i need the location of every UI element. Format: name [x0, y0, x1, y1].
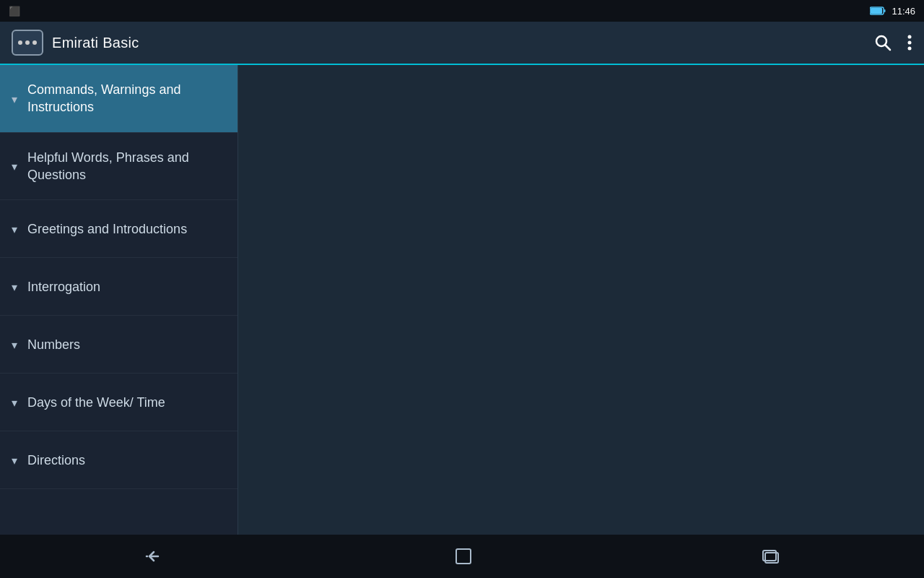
bottom-nav: [0, 535, 924, 578]
sidebar-item-commands[interactable]: ▾ Commands, Warnings and Instructions: [0, 65, 237, 133]
recents-icon: [760, 548, 780, 565]
sidebar: ▾ Commands, Warnings and Instructions ▾ …: [0, 65, 238, 535]
sidebar-item-helpful-label: Helpful Words, Phrases and Questions: [27, 149, 226, 184]
content-panel: [238, 65, 924, 535]
svg-rect-8: [456, 549, 471, 564]
sidebar-item-numbers[interactable]: ▾ Numbers: [0, 316, 237, 374]
home-button[interactable]: [432, 540, 495, 572]
chevron-down-icon: ▾: [12, 338, 17, 352]
svg-point-5: [908, 35, 912, 39]
chevron-down-icon: ▾: [12, 280, 17, 294]
svg-line-4: [886, 46, 891, 51]
sidebar-item-directions-label: Directions: [27, 452, 85, 469]
sidebar-item-greetings[interactable]: ▾ Greetings and Introductions: [0, 200, 237, 258]
svg-point-7: [908, 47, 912, 51]
sidebar-item-days-label: Days of the Week/ Time: [27, 394, 165, 411]
search-icon: [873, 33, 892, 52]
sidebar-item-commands-label: Commands, Warnings and Instructions: [27, 81, 226, 116]
main-content: ▾ Commands, Warnings and Instructions ▾ …: [0, 65, 924, 535]
chevron-down-icon: ▾: [12, 454, 17, 467]
chevron-down-icon: ▾: [12, 223, 17, 236]
sidebar-item-helpful[interactable]: ▾ Helpful Words, Phrases and Questions: [0, 133, 237, 201]
dot3: [32, 40, 37, 45]
sidebar-item-interrogation[interactable]: ▾ Interrogation: [0, 258, 237, 316]
chevron-down-icon: ▾: [12, 396, 17, 410]
more-options-icon: [907, 34, 912, 51]
dot2: [25, 40, 30, 45]
recents-button[interactable]: [738, 542, 802, 571]
chevron-down-icon: ▾: [12, 160, 17, 173]
app-bar-actions: [873, 33, 912, 52]
more-options-button[interactable]: [907, 34, 912, 51]
svg-point-6: [908, 41, 912, 45]
app-logo: [12, 30, 43, 56]
status-bar-left: ⬛: [9, 6, 20, 17]
svg-rect-1: [871, 8, 882, 14]
back-icon: [144, 548, 167, 565]
app-bar-left: Emirati Basic: [12, 30, 139, 56]
chevron-down-icon: ▾: [12, 92, 17, 106]
battery-icon: [870, 7, 886, 15]
sidebar-item-greetings-label: Greetings and Introductions: [27, 220, 187, 238]
sidebar-item-days[interactable]: ▾ Days of the Week/ Time: [0, 374, 237, 431]
status-time: 11:46: [892, 6, 915, 17]
dot1: [18, 40, 22, 45]
sidebar-item-directions[interactable]: ▾ Directions: [0, 431, 237, 489]
status-bar: ⬛ 11:46: [0, 0, 924, 22]
app-title: Emirati Basic: [52, 35, 139, 51]
sidebar-item-interrogation-label: Interrogation: [27, 278, 100, 296]
sidebar-item-numbers-label: Numbers: [27, 336, 80, 353]
status-bar-right: 11:46: [870, 6, 915, 17]
app-bar: Emirati Basic: [0, 22, 924, 65]
home-icon: [453, 546, 474, 566]
search-button[interactable]: [873, 33, 892, 52]
back-button[interactable]: [122, 542, 188, 571]
svg-rect-2: [884, 9, 886, 12]
android-icon: ⬛: [9, 6, 20, 17]
